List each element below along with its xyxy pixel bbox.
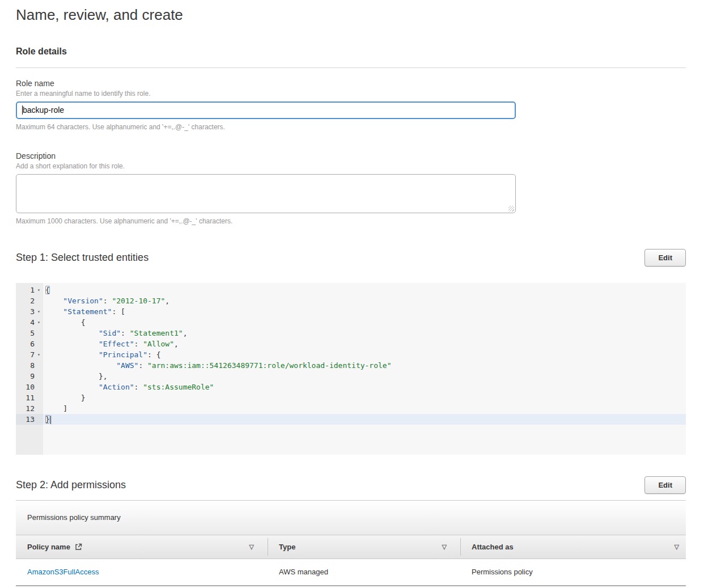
column-header-policy-name[interactable]: Policy name ▽ bbox=[16, 535, 268, 559]
permissions-summary-title: Permissions policy summary bbox=[27, 513, 121, 522]
code-line: 9 }, bbox=[16, 371, 686, 382]
external-link-icon bbox=[75, 543, 82, 551]
permissions-table: Permissions policy summary Policy name ▽… bbox=[16, 500, 686, 586]
line-number: 2 bbox=[16, 295, 43, 306]
description-constraint: Maximum 1000 characters. Use alphanumeri… bbox=[16, 217, 686, 225]
page-title: Name, review, and create bbox=[16, 7, 686, 24]
step1-heading: Step 1: Select trusted entities bbox=[16, 252, 149, 264]
role-name-value: backup-role bbox=[23, 105, 64, 115]
code-line: 10 "Action": "sts:AssumeRole" bbox=[16, 382, 686, 392]
line-number: 12 bbox=[16, 403, 43, 414]
filter-icon[interactable]: ▽ bbox=[675, 543, 679, 551]
code-line: 6 "Effect": "Allow", bbox=[16, 339, 686, 349]
role-name-constraint: Maximum 64 characters. Use alphanumeric … bbox=[16, 123, 686, 131]
role-details-heading: Role details bbox=[16, 46, 686, 57]
code-line: 11 } bbox=[16, 392, 686, 403]
code-line: 2 "Version": "2012-10-17", bbox=[16, 295, 686, 306]
divider bbox=[16, 67, 686, 68]
role-name-label: Role name bbox=[16, 79, 686, 88]
table-header-row: Policy name ▽ Type ▽ Attached as ▽ bbox=[16, 535, 686, 559]
code-line: 5 "Sid": "Statement1", bbox=[16, 328, 686, 339]
fold-arrow-icon[interactable]: ▾ bbox=[35, 285, 43, 295]
policy-name-link[interactable]: AmazonS3FullAccess bbox=[27, 568, 99, 576]
code-line: 8 "AWS": "arn:aws:iam::541263489771:role… bbox=[16, 360, 686, 371]
role-name-input[interactable]: backup-role bbox=[16, 101, 516, 119]
code-line: 1▾ { bbox=[16, 285, 686, 295]
step1-header-row: Step 1: Select trusted entities Edit bbox=[16, 249, 686, 266]
fold-arrow-icon[interactable]: ▾ bbox=[35, 306, 43, 317]
line-number: 8 bbox=[16, 360, 43, 371]
line-number: 4▾ bbox=[16, 317, 43, 328]
filter-icon[interactable]: ▽ bbox=[249, 543, 254, 551]
line-number: 13 bbox=[16, 414, 43, 425]
line-number: 10 bbox=[16, 382, 43, 392]
code-line: 12 ] bbox=[16, 403, 686, 414]
fold-arrow-icon[interactable]: ▾ bbox=[35, 317, 43, 328]
edit-trusted-entities-button[interactable]: Edit bbox=[644, 249, 686, 266]
resize-handle[interactable] bbox=[508, 206, 514, 211]
description-textarea[interactable] bbox=[16, 174, 516, 213]
code-line: 7▾ "Principal": { bbox=[16, 349, 686, 360]
trust-policy-editor[interactable]: 1▾ { 2 "Version": "2012-10-17", 3▾ "Stat… bbox=[16, 283, 686, 455]
line-number: 7▾ bbox=[16, 349, 43, 360]
step2-header-row: Step 2: Add permissions Edit bbox=[16, 476, 686, 494]
column-header-attached-as[interactable]: Attached as ▽ bbox=[460, 535, 686, 559]
line-number: 11 bbox=[16, 392, 43, 403]
table-row: AmazonS3FullAccess AWS managed Permissio… bbox=[16, 559, 686, 585]
description-label: Description bbox=[16, 151, 686, 160]
line-number: 5 bbox=[16, 328, 43, 339]
policy-type-cell: AWS managed bbox=[268, 568, 460, 576]
code-line: 3▾ "Statement": [ bbox=[16, 306, 686, 317]
line-number: 6 bbox=[16, 339, 43, 349]
edit-permissions-button[interactable]: Edit bbox=[644, 476, 686, 494]
role-name-help: Enter a meaningful name to identify this… bbox=[16, 90, 686, 98]
permissions-summary-bar: Permissions policy summary bbox=[16, 501, 686, 535]
line-number: 1▾ bbox=[16, 285, 43, 295]
code-line: 4▾ { bbox=[16, 317, 686, 328]
column-header-type[interactable]: Type ▽ bbox=[268, 535, 460, 559]
editor-cursor bbox=[50, 416, 51, 424]
step2-heading: Step 2: Add permissions bbox=[16, 479, 126, 491]
page: Name, review, and create Role details Ro… bbox=[0, 7, 704, 586]
description-help: Add a short explanation for this role. bbox=[16, 162, 686, 170]
line-number: 3▾ bbox=[16, 306, 43, 317]
filter-icon[interactable]: ▽ bbox=[442, 543, 447, 551]
line-number: 9 bbox=[16, 371, 43, 382]
code-line-active: 13 } bbox=[16, 414, 686, 425]
fold-arrow-icon[interactable]: ▾ bbox=[35, 349, 43, 360]
attached-as-cell: Permissions policy bbox=[460, 568, 686, 576]
